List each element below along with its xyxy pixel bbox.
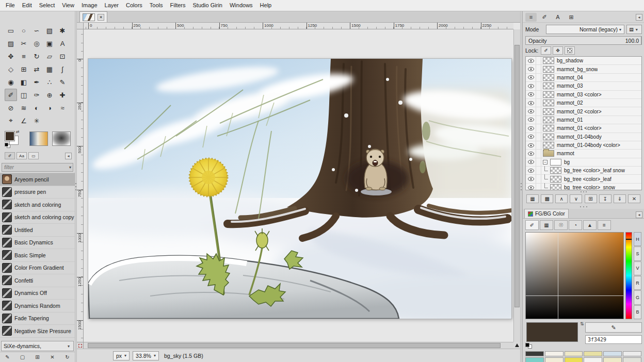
tool-handle-transform[interactable]: ⊡ (56, 50, 69, 62)
tool-dodge-burn[interactable]: ◑ (43, 102, 56, 114)
channel-h-button[interactable]: H (634, 232, 641, 246)
menu-view[interactable]: View (58, 0, 78, 11)
collapse-icon[interactable]: ◄ (65, 153, 72, 159)
link-cell[interactable] (536, 175, 541, 183)
layer-row[interactable]: marmot_bg_snow (526, 65, 641, 73)
h-ruler[interactable]: 0250500750100012501500175020002250 (84, 23, 513, 29)
dynamics-item[interactable]: sketch and coloring copy (0, 211, 75, 224)
lock-position-button[interactable]: ✥ (553, 46, 563, 55)
dynamics-item[interactable]: Negative Size Pressure (0, 325, 75, 338)
dock-tab-images[interactable]: ⊞ (566, 13, 577, 22)
link-cell[interactable] (536, 74, 541, 81)
tool-bucket-fill[interactable]: ◉ (5, 76, 17, 88)
visibility-eye-icon[interactable] (526, 184, 536, 190)
tool-zoom[interactable]: ◎ (30, 37, 43, 50)
v-ruler[interactable]: 0250500750100012501500 (77, 29, 84, 342)
tool-ellipse-select[interactable]: ○ (18, 24, 30, 37)
channel-s-button[interactable]: S (634, 246, 641, 260)
channel-r-button[interactable]: R (634, 276, 641, 290)
opacity-slider[interactable]: Opacity 100.0 (525, 36, 642, 45)
dynamics-category-select[interactable]: SiXe-dynamics, ▾ (1, 341, 74, 351)
visibility-eye-icon[interactable] (526, 124, 536, 132)
swap-colors-icon[interactable]: ⇄ (16, 129, 20, 134)
new-group-button[interactable]: ▩ (541, 194, 553, 203)
link-cell[interactable] (536, 116, 541, 124)
visibility-eye-icon[interactable] (526, 133, 536, 141)
layer-row[interactable]: marmot_02 (526, 99, 641, 107)
menu-filters[interactable]: Filters (167, 0, 189, 11)
menu-edit[interactable]: Edit (19, 0, 36, 11)
menu-select[interactable]: Select (36, 0, 59, 11)
dynamics-item[interactable]: Basic Dynamics (0, 237, 75, 250)
swap-icon[interactable]: ⇅ (580, 321, 584, 326)
canvas-viewport[interactable] (84, 29, 513, 342)
layer-row[interactable]: marmot_01-04body <color> (526, 141, 641, 150)
palette-swatch[interactable] (623, 351, 641, 356)
layer-row[interactable]: marmot_01 (526, 116, 641, 124)
tool-rotate[interactable]: ↻ (30, 50, 43, 62)
tool-pencil[interactable]: ✎ (56, 76, 69, 88)
dynamics-item[interactable]: Color From Gradient (0, 262, 75, 275)
horizontal-scrollbar-thumb[interactable] (88, 343, 501, 348)
tool-cage-transform[interactable]: ▦ (43, 63, 56, 75)
tool-airbrush[interactable]: ∴ (43, 76, 56, 88)
tool-heal[interactable]: ✚ (56, 89, 69, 101)
zoom-select[interactable]: 33.8% ▾ (133, 351, 159, 360)
dynamics-item[interactable]: Confetti (0, 274, 75, 287)
brushes-tab[interactable]: ✐ (5, 152, 15, 159)
link-cell[interactable] (536, 184, 541, 190)
tool-clone[interactable]: ⊕ (43, 89, 56, 101)
scales-selector-tab[interactable]: ≡ (598, 220, 611, 230)
visibility-eye-icon[interactable] (526, 116, 536, 124)
channel-v-button[interactable]: V (634, 261, 641, 275)
menu-colors[interactable]: Colors (122, 0, 146, 11)
menu-tools[interactable]: Tools (146, 0, 167, 11)
link-cell[interactable] (536, 91, 541, 98)
layer-row[interactable]: marmot_04 (526, 74, 641, 82)
mode-options-button[interactable]: ▤▾ (626, 25, 642, 34)
menu-image[interactable]: Image (78, 0, 101, 11)
fonts-tab[interactable]: Aa (17, 152, 27, 159)
dynamics-item[interactable]: Basic Simple (0, 249, 75, 262)
delete-layer-button[interactable]: ✕ (628, 194, 640, 203)
visibility-eye-icon[interactable] (526, 91, 536, 98)
unit-select[interactable]: px ▾ (113, 351, 130, 360)
tool-crop[interactable]: ▣ (43, 37, 56, 50)
fg-bg-color-tab[interactable]: FG/BG Color (524, 209, 569, 218)
tool-select-by-color[interactable]: ▨ (5, 37, 17, 50)
menu-windows[interactable]: Windows (226, 0, 256, 11)
layer-row[interactable]: bg_tree <color>_snow (526, 184, 641, 190)
tool-color-picker[interactable]: ⌖ (5, 114, 17, 127)
quick-mask-toggle[interactable] (77, 342, 84, 349)
tool-shear[interactable]: ▱ (43, 50, 56, 62)
default-colors-button[interactable] (525, 343, 534, 349)
tool-scissors-select[interactable]: ✂ (18, 37, 30, 50)
layer-row[interactable]: −bg (526, 158, 641, 167)
visibility-eye-icon[interactable] (526, 167, 536, 174)
menu-layer[interactable]: Layer (101, 0, 123, 11)
visibility-eye-icon[interactable] (526, 99, 536, 107)
hex-color-input[interactable] (586, 337, 641, 342)
refresh-dynamics-button[interactable]: ↻ (61, 353, 73, 361)
link-cell[interactable] (536, 124, 541, 132)
tool-perspective-clone[interactable]: ⊘ (5, 102, 17, 114)
vertical-scrollbar-thumb[interactable] (514, 45, 520, 307)
link-cell[interactable] (536, 57, 541, 64)
tool-free-select[interactable]: ∽ (30, 24, 43, 37)
palette-swatch[interactable] (525, 351, 544, 356)
tool-unified-transform[interactable]: ⊞ (18, 63, 30, 75)
tool-foreground-select[interactable]: ▧ (43, 24, 56, 37)
vertical-scrollbar[interactable] (513, 29, 520, 342)
visibility-eye-icon[interactable] (526, 175, 536, 183)
edit-color-button[interactable]: ✎ (585, 322, 642, 333)
tool-flip[interactable]: ⇄ (30, 63, 43, 75)
link-cell[interactable] (536, 158, 541, 166)
cmyk-selector-tab[interactable]: ▦ (540, 220, 553, 230)
collapse-icon[interactable]: ◄ (636, 211, 642, 218)
tool-smudge[interactable]: ≋ (18, 102, 30, 114)
mode-select[interactable]: Normal (legacy) ▾ (546, 25, 624, 34)
visibility-eye-icon[interactable] (526, 82, 536, 90)
palette-swatch[interactable] (545, 351, 564, 356)
visibility-eye-icon[interactable] (526, 158, 536, 166)
tool-fuzzy-select[interactable]: ✱ (56, 24, 69, 37)
